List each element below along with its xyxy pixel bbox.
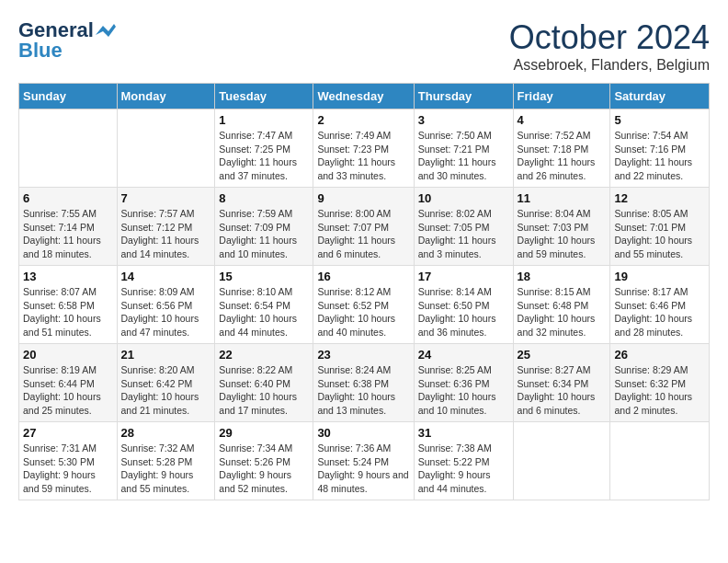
day-info: Sunrise: 7:38 AM Sunset: 5:22 PM Dayligh… — [418, 442, 509, 496]
month-title: October 2024 — [509, 18, 710, 57]
day-number: 7 — [121, 191, 211, 205]
calendar-cell: 23Sunrise: 8:24 AM Sunset: 6:38 PM Dayli… — [313, 344, 414, 422]
day-info: Sunrise: 7:55 AM Sunset: 7:14 PM Dayligh… — [23, 207, 113, 261]
calendar-cell: 18Sunrise: 8:15 AM Sunset: 6:48 PM Dayli… — [513, 266, 610, 344]
day-info: Sunrise: 8:15 AM Sunset: 6:48 PM Dayligh… — [518, 285, 607, 339]
col-header-friday: Friday — [513, 84, 610, 109]
day-info: Sunrise: 8:09 AM Sunset: 6:56 PM Dayligh… — [121, 285, 211, 339]
day-number: 15 — [219, 270, 309, 283]
day-number: 13 — [23, 270, 113, 283]
logo-blue: Blue — [18, 39, 63, 63]
day-number: 29 — [219, 426, 309, 440]
day-number: 30 — [317, 426, 409, 440]
calendar-cell: 8Sunrise: 7:59 AM Sunset: 7:09 PM Daylig… — [215, 188, 313, 266]
day-info: Sunrise: 8:05 AM Sunset: 7:01 PM Dayligh… — [614, 207, 705, 261]
day-info: Sunrise: 8:04 AM Sunset: 7:03 PM Dayligh… — [518, 207, 607, 261]
col-header-saturday: Saturday — [610, 84, 710, 109]
calendar-cell: 14Sunrise: 8:09 AM Sunset: 6:56 PM Dayli… — [117, 266, 215, 344]
calendar-body: 1Sunrise: 7:47 AM Sunset: 7:25 PM Daylig… — [19, 109, 710, 500]
calendar-cell: 15Sunrise: 8:10 AM Sunset: 6:54 PM Dayli… — [215, 266, 313, 344]
day-info: Sunrise: 8:27 AM Sunset: 6:34 PM Dayligh… — [518, 363, 607, 418]
col-header-monday: Monday — [117, 84, 215, 109]
day-info: Sunrise: 7:59 AM Sunset: 7:09 PM Dayligh… — [219, 207, 309, 261]
calendar-cell: 30Sunrise: 7:36 AM Sunset: 5:24 PM Dayli… — [313, 422, 414, 500]
svg-marker-0 — [96, 24, 116, 37]
calendar-cell: 31Sunrise: 7:38 AM Sunset: 5:22 PM Dayli… — [414, 422, 513, 500]
day-info: Sunrise: 8:14 AM Sunset: 6:50 PM Dayligh… — [418, 285, 509, 339]
day-info: Sunrise: 8:20 AM Sunset: 6:42 PM Dayligh… — [121, 363, 211, 418]
day-number: 14 — [121, 270, 211, 283]
calendar-cell — [117, 109, 215, 188]
calendar-cell: 19Sunrise: 8:17 AM Sunset: 6:46 PM Dayli… — [610, 266, 710, 344]
col-header-thursday: Thursday — [414, 84, 513, 109]
col-header-sunday: Sunday — [19, 84, 118, 109]
day-number: 19 — [614, 270, 705, 283]
day-number: 9 — [317, 191, 409, 205]
calendar-cell: 6Sunrise: 7:55 AM Sunset: 7:14 PM Daylig… — [19, 188, 118, 266]
calendar-week-row: 13Sunrise: 8:07 AM Sunset: 6:58 PM Dayli… — [19, 266, 710, 344]
day-info: Sunrise: 8:29 AM Sunset: 6:32 PM Dayligh… — [614, 363, 705, 418]
day-number: 17 — [418, 270, 509, 283]
day-number: 16 — [317, 270, 409, 283]
calendar-cell: 13Sunrise: 8:07 AM Sunset: 6:58 PM Dayli… — [19, 266, 118, 344]
calendar-cell: 1Sunrise: 7:47 AM Sunset: 7:25 PM Daylig… — [215, 109, 313, 188]
day-number: 8 — [219, 191, 309, 205]
calendar-cell: 11Sunrise: 8:04 AM Sunset: 7:03 PM Dayli… — [513, 188, 610, 266]
calendar-cell: 29Sunrise: 7:34 AM Sunset: 5:26 PM Dayli… — [215, 422, 313, 500]
day-info: Sunrise: 7:32 AM Sunset: 5:28 PM Dayligh… — [121, 442, 211, 496]
day-number: 31 — [418, 426, 509, 440]
calendar-cell: 24Sunrise: 8:25 AM Sunset: 6:36 PM Dayli… — [414, 344, 513, 422]
calendar-week-row: 20Sunrise: 8:19 AM Sunset: 6:44 PM Dayli… — [19, 344, 710, 422]
logo-bird-icon — [96, 22, 116, 39]
logo: General Blue — [18, 18, 116, 63]
header: General Blue October 2024 Assebroek, Fla… — [18, 18, 710, 74]
calendar-cell: 17Sunrise: 8:14 AM Sunset: 6:50 PM Dayli… — [414, 266, 513, 344]
day-number: 11 — [518, 191, 607, 205]
day-info: Sunrise: 7:50 AM Sunset: 7:21 PM Dayligh… — [418, 129, 509, 183]
calendar-cell: 2Sunrise: 7:49 AM Sunset: 7:23 PM Daylig… — [313, 109, 414, 188]
calendar-cell: 9Sunrise: 8:00 AM Sunset: 7:07 PM Daylig… — [313, 188, 414, 266]
calendar-table: SundayMondayTuesdayWednesdayThursdayFrid… — [18, 83, 710, 500]
day-number: 1 — [219, 113, 309, 127]
day-number: 5 — [614, 113, 705, 127]
location-subtitle: Assebroek, Flanders, Belgium — [509, 57, 710, 74]
day-info: Sunrise: 8:24 AM Sunset: 6:38 PM Dayligh… — [317, 363, 409, 418]
calendar-cell: 27Sunrise: 7:31 AM Sunset: 5:30 PM Dayli… — [19, 422, 118, 500]
day-info: Sunrise: 8:22 AM Sunset: 6:40 PM Dayligh… — [219, 363, 309, 418]
day-number: 4 — [518, 113, 607, 127]
day-number: 25 — [518, 348, 607, 362]
day-info: Sunrise: 8:00 AM Sunset: 7:07 PM Dayligh… — [317, 207, 409, 261]
day-info: Sunrise: 8:07 AM Sunset: 6:58 PM Dayligh… — [23, 285, 113, 339]
calendar-cell: 26Sunrise: 8:29 AM Sunset: 6:32 PM Dayli… — [610, 344, 710, 422]
calendar-week-row: 6Sunrise: 7:55 AM Sunset: 7:14 PM Daylig… — [19, 188, 710, 266]
col-header-tuesday: Tuesday — [215, 84, 313, 109]
day-info: Sunrise: 7:52 AM Sunset: 7:18 PM Dayligh… — [518, 129, 607, 183]
calendar-header-row: SundayMondayTuesdayWednesdayThursdayFrid… — [19, 84, 710, 109]
calendar-cell: 16Sunrise: 8:12 AM Sunset: 6:52 PM Dayli… — [313, 266, 414, 344]
calendar-cell: 21Sunrise: 8:20 AM Sunset: 6:42 PM Dayli… — [117, 344, 215, 422]
day-number: 27 — [23, 426, 113, 440]
calendar-cell: 20Sunrise: 8:19 AM Sunset: 6:44 PM Dayli… — [19, 344, 118, 422]
calendar-week-row: 27Sunrise: 7:31 AM Sunset: 5:30 PM Dayli… — [19, 422, 710, 500]
calendar-cell: 3Sunrise: 7:50 AM Sunset: 7:21 PM Daylig… — [414, 109, 513, 188]
calendar-cell: 5Sunrise: 7:54 AM Sunset: 7:16 PM Daylig… — [610, 109, 710, 188]
day-number: 26 — [614, 348, 705, 362]
day-number: 24 — [418, 348, 509, 362]
calendar-cell: 7Sunrise: 7:57 AM Sunset: 7:12 PM Daylig… — [117, 188, 215, 266]
day-info: Sunrise: 8:25 AM Sunset: 6:36 PM Dayligh… — [418, 363, 509, 418]
day-number: 20 — [23, 348, 113, 362]
calendar-cell: 28Sunrise: 7:32 AM Sunset: 5:28 PM Dayli… — [117, 422, 215, 500]
col-header-wednesday: Wednesday — [313, 84, 414, 109]
day-info: Sunrise: 8:19 AM Sunset: 6:44 PM Dayligh… — [23, 363, 113, 418]
day-number: 6 — [23, 191, 113, 205]
day-number: 23 — [317, 348, 409, 362]
day-info: Sunrise: 7:36 AM Sunset: 5:24 PM Dayligh… — [317, 442, 409, 496]
day-number: 12 — [614, 191, 705, 205]
calendar-week-row: 1Sunrise: 7:47 AM Sunset: 7:25 PM Daylig… — [19, 109, 710, 188]
calendar-cell: 25Sunrise: 8:27 AM Sunset: 6:34 PM Dayli… — [513, 344, 610, 422]
day-info: Sunrise: 8:10 AM Sunset: 6:54 PM Dayligh… — [219, 285, 309, 339]
day-info: Sunrise: 8:12 AM Sunset: 6:52 PM Dayligh… — [317, 285, 409, 339]
day-info: Sunrise: 7:57 AM Sunset: 7:12 PM Dayligh… — [121, 207, 211, 261]
title-section: October 2024 Assebroek, Flanders, Belgiu… — [509, 18, 710, 74]
day-info: Sunrise: 8:17 AM Sunset: 6:46 PM Dayligh… — [614, 285, 705, 339]
